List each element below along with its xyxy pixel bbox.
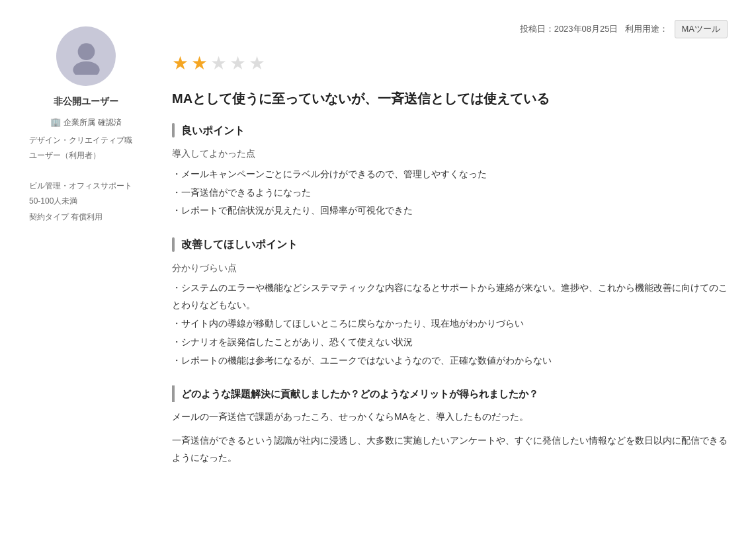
stars-row: ★★★★★ <box>172 48 728 79</box>
improvement-heading: 改善してほしいポイント <box>172 235 728 253</box>
contribution-heading-text: どのような課題解決に貢献しましたか？どのようなメリットが得られましたか？ <box>181 385 538 403</box>
avatar <box>56 26 116 86</box>
contribution-heading: どのような課題解決に貢献しましたか？どのようなメリットが得られましたか？ <box>172 385 728 403</box>
contribution-section: どのような課題解決に貢献しましたか？どのようなメリットが得られましたか？ メール… <box>172 385 728 473</box>
star-3: ★ <box>210 48 227 79</box>
contract-type: 契約タイプ 有償利用 <box>29 210 146 225</box>
good-point-item: ・一斉送信ができるようになった <box>172 184 728 202</box>
good-point-item: ・レポートで配信状況が見えたり、回帰率が可視化できた <box>172 202 728 220</box>
improvement-point-item: ・サイト内の導線が移動してほしいところに戻らなかったり、現在地がわかりづらい <box>172 315 728 333</box>
company-status: 企業所属 確認済 <box>63 116 121 129</box>
improvement-point-item: ・システムのエラーや機能などシステマティックな内容になるとサポートから連絡が来な… <box>172 280 728 314</box>
improvement-body: ・システムのエラーや機能などシステマティックな内容になるとサポートから連絡が来な… <box>172 280 728 369</box>
good-points-heading-text: 良いポイント <box>181 122 245 140</box>
building-icon: 🏢 <box>50 115 61 130</box>
svg-point-1 <box>73 61 99 74</box>
good-points-section: 良いポイント 導入してよかった点 ・メールキャンペーンごとにラベル分けができるの… <box>172 122 728 221</box>
user-type: ユーザー（利用者） <box>29 149 146 163</box>
improvement-point-item: ・シナリオを誤発信したことがあり、恐くて使えない状況 <box>172 334 728 351</box>
improvement-heading-text: 改善してほしいポイント <box>181 235 298 253</box>
good-points-intro: 導入してよかった点 <box>172 146 728 162</box>
heading-bar-2 <box>172 237 175 252</box>
contribution-paragraph: メールの一斉送信で課題があったころ、せっかくならMAをと、導入したものだった。 <box>172 409 728 426</box>
user-name: 非公開ユーザー <box>54 94 118 110</box>
user-meta: デザイン・クリエイティブ職 ユーザー（利用者） ビル管理・オフィスサポート 50… <box>26 134 146 226</box>
avatar-icon <box>68 38 105 75</box>
user-company: 🏢 企業所属 確認済 <box>50 115 121 130</box>
improvement-points-section: 改善してほしいポイント 分かりづらい点 ・システムのエラーや機能などシステマティ… <box>172 235 728 370</box>
good-point-item: ・メールキャンペーンごとにラベル分けができるので、管理しやすくなった <box>172 166 728 183</box>
company-size: 50-100人未満 <box>29 194 146 209</box>
contribution-paragraph: 一斉送信ができるという認識が社内に浸透し、大多数に実施したいアンケートや、すぐに… <box>172 432 728 467</box>
main-content: 投稿日：2023年08月25日 利用用途： MAツール ★★★★★ MAとして使… <box>172 20 728 540</box>
review-title: MAとして使うに至っていないが、一斉送信としては使えている <box>172 89 728 108</box>
usage-badge: MAツール <box>675 20 728 38</box>
svg-point-0 <box>77 43 95 60</box>
good-points-body: ・メールキャンペーンごとにラベル分けができるので、管理しやすくなった・一斉送信が… <box>172 166 728 220</box>
post-date: 投稿日：2023年08月25日 <box>520 22 618 36</box>
good-points-heading: 良いポイント <box>172 122 728 140</box>
contribution-body: メールの一斉送信で課題があったころ、せっかくならMAをと、導入したものだった。一… <box>172 409 728 467</box>
star-4: ★ <box>230 48 246 79</box>
improvement-point-item: ・レポートの機能は参考になるが、ユニークではないようなので、正確な数値がわからな… <box>172 352 728 370</box>
star-1: ★ <box>172 48 188 79</box>
sidebar: 非公開ユーザー 🏢 企業所属 確認済 デザイン・クリエイティブ職 ユーザー（利用… <box>26 20 146 540</box>
usage-label: 利用用途： <box>625 22 668 36</box>
improvement-intro: 分かりづらい点 <box>172 260 728 276</box>
top-meta: 投稿日：2023年08月25日 利用用途： MAツール <box>172 20 728 38</box>
page-container: 非公開ユーザー 🏢 企業所属 確認済 デザイン・クリエイティブ職 ユーザー（利用… <box>0 0 754 560</box>
job-title: デザイン・クリエイティブ職 <box>29 134 146 148</box>
star-2: ★ <box>191 48 208 79</box>
star-5: ★ <box>249 48 265 79</box>
industry: ビル管理・オフィスサポート <box>29 179 146 194</box>
heading-bar <box>172 123 175 138</box>
